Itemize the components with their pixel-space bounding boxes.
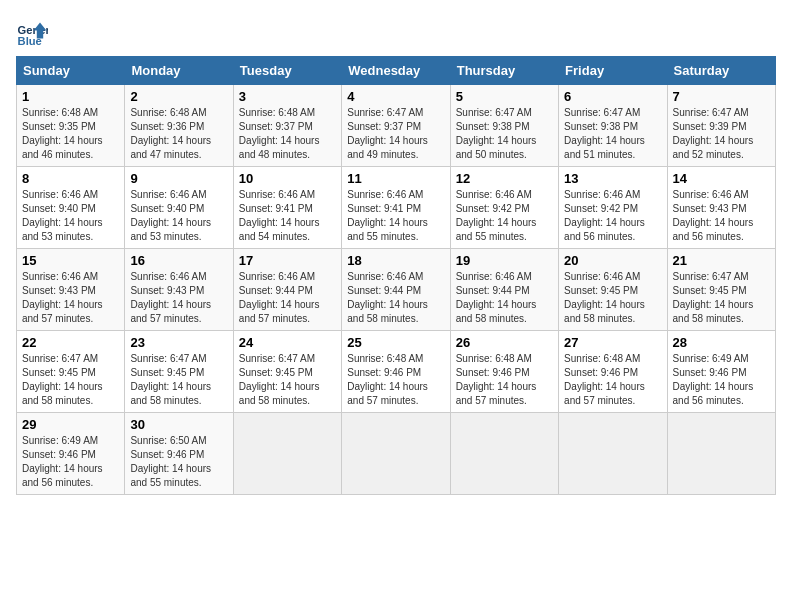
day-number: 26 xyxy=(456,335,553,350)
day-info: Sunrise: 6:50 AM Sunset: 9:46 PM Dayligh… xyxy=(130,434,227,490)
calendar-week-1: 1 Sunrise: 6:48 AM Sunset: 9:35 PM Dayli… xyxy=(17,85,776,167)
calendar-cell xyxy=(342,413,450,495)
day-info: Sunrise: 6:46 AM Sunset: 9:42 PM Dayligh… xyxy=(456,188,553,244)
day-number: 24 xyxy=(239,335,336,350)
day-info: Sunrise: 6:46 AM Sunset: 9:43 PM Dayligh… xyxy=(22,270,119,326)
day-number: 30 xyxy=(130,417,227,432)
calendar-cell xyxy=(559,413,667,495)
day-number: 1 xyxy=(22,89,119,104)
calendar-cell xyxy=(233,413,341,495)
logo: General Blue xyxy=(16,16,52,48)
day-info: Sunrise: 6:47 AM Sunset: 9:39 PM Dayligh… xyxy=(673,106,770,162)
day-info: Sunrise: 6:47 AM Sunset: 9:45 PM Dayligh… xyxy=(673,270,770,326)
day-info: Sunrise: 6:47 AM Sunset: 9:45 PM Dayligh… xyxy=(130,352,227,408)
calendar-cell: 30 Sunrise: 6:50 AM Sunset: 9:46 PM Dayl… xyxy=(125,413,233,495)
calendar-week-2: 8 Sunrise: 6:46 AM Sunset: 9:40 PM Dayli… xyxy=(17,167,776,249)
day-number: 29 xyxy=(22,417,119,432)
calendar-cell: 28 Sunrise: 6:49 AM Sunset: 9:46 PM Dayl… xyxy=(667,331,775,413)
day-info: Sunrise: 6:47 AM Sunset: 9:37 PM Dayligh… xyxy=(347,106,444,162)
day-number: 4 xyxy=(347,89,444,104)
weekday-header-sunday: Sunday xyxy=(17,57,125,85)
day-info: Sunrise: 6:46 AM Sunset: 9:41 PM Dayligh… xyxy=(239,188,336,244)
calendar-cell: 7 Sunrise: 6:47 AM Sunset: 9:39 PM Dayli… xyxy=(667,85,775,167)
day-number: 16 xyxy=(130,253,227,268)
day-number: 25 xyxy=(347,335,444,350)
calendar-cell: 4 Sunrise: 6:47 AM Sunset: 9:37 PM Dayli… xyxy=(342,85,450,167)
calendar-cell: 18 Sunrise: 6:46 AM Sunset: 9:44 PM Dayl… xyxy=(342,249,450,331)
weekday-header-row: SundayMondayTuesdayWednesdayThursdayFrid… xyxy=(17,57,776,85)
day-info: Sunrise: 6:46 AM Sunset: 9:44 PM Dayligh… xyxy=(239,270,336,326)
day-number: 2 xyxy=(130,89,227,104)
weekday-header-saturday: Saturday xyxy=(667,57,775,85)
calendar-cell: 2 Sunrise: 6:48 AM Sunset: 9:36 PM Dayli… xyxy=(125,85,233,167)
calendar-cell: 15 Sunrise: 6:46 AM Sunset: 9:43 PM Dayl… xyxy=(17,249,125,331)
calendar-cell: 16 Sunrise: 6:46 AM Sunset: 9:43 PM Dayl… xyxy=(125,249,233,331)
calendar-cell: 11 Sunrise: 6:46 AM Sunset: 9:41 PM Dayl… xyxy=(342,167,450,249)
calendar-cell: 21 Sunrise: 6:47 AM Sunset: 9:45 PM Dayl… xyxy=(667,249,775,331)
calendar-cell: 9 Sunrise: 6:46 AM Sunset: 9:40 PM Dayli… xyxy=(125,167,233,249)
calendar-cell: 1 Sunrise: 6:48 AM Sunset: 9:35 PM Dayli… xyxy=(17,85,125,167)
day-number: 8 xyxy=(22,171,119,186)
calendar-cell xyxy=(450,413,558,495)
day-number: 27 xyxy=(564,335,661,350)
calendar-cell: 23 Sunrise: 6:47 AM Sunset: 9:45 PM Dayl… xyxy=(125,331,233,413)
day-info: Sunrise: 6:46 AM Sunset: 9:40 PM Dayligh… xyxy=(22,188,119,244)
day-info: Sunrise: 6:46 AM Sunset: 9:40 PM Dayligh… xyxy=(130,188,227,244)
day-number: 23 xyxy=(130,335,227,350)
day-number: 7 xyxy=(673,89,770,104)
day-info: Sunrise: 6:47 AM Sunset: 9:38 PM Dayligh… xyxy=(564,106,661,162)
day-number: 20 xyxy=(564,253,661,268)
calendar-cell: 26 Sunrise: 6:48 AM Sunset: 9:46 PM Dayl… xyxy=(450,331,558,413)
day-info: Sunrise: 6:46 AM Sunset: 9:43 PM Dayligh… xyxy=(130,270,227,326)
calendar-cell xyxy=(667,413,775,495)
day-number: 12 xyxy=(456,171,553,186)
calendar-cell: 5 Sunrise: 6:47 AM Sunset: 9:38 PM Dayli… xyxy=(450,85,558,167)
weekday-header-friday: Friday xyxy=(559,57,667,85)
day-number: 3 xyxy=(239,89,336,104)
calendar-cell: 22 Sunrise: 6:47 AM Sunset: 9:45 PM Dayl… xyxy=(17,331,125,413)
day-number: 9 xyxy=(130,171,227,186)
calendar-cell: 14 Sunrise: 6:46 AM Sunset: 9:43 PM Dayl… xyxy=(667,167,775,249)
day-info: Sunrise: 6:48 AM Sunset: 9:46 PM Dayligh… xyxy=(456,352,553,408)
calendar-cell: 29 Sunrise: 6:49 AM Sunset: 9:46 PM Dayl… xyxy=(17,413,125,495)
day-info: Sunrise: 6:49 AM Sunset: 9:46 PM Dayligh… xyxy=(22,434,119,490)
logo-icon: General Blue xyxy=(16,16,48,48)
weekday-header-monday: Monday xyxy=(125,57,233,85)
calendar-cell: 27 Sunrise: 6:48 AM Sunset: 9:46 PM Dayl… xyxy=(559,331,667,413)
calendar-cell: 17 Sunrise: 6:46 AM Sunset: 9:44 PM Dayl… xyxy=(233,249,341,331)
day-info: Sunrise: 6:47 AM Sunset: 9:45 PM Dayligh… xyxy=(239,352,336,408)
day-info: Sunrise: 6:46 AM Sunset: 9:44 PM Dayligh… xyxy=(347,270,444,326)
day-number: 21 xyxy=(673,253,770,268)
day-info: Sunrise: 6:48 AM Sunset: 9:37 PM Dayligh… xyxy=(239,106,336,162)
day-info: Sunrise: 6:46 AM Sunset: 9:44 PM Dayligh… xyxy=(456,270,553,326)
day-number: 11 xyxy=(347,171,444,186)
page-header: General Blue xyxy=(16,16,776,48)
calendar-table: SundayMondayTuesdayWednesdayThursdayFrid… xyxy=(16,56,776,495)
calendar-cell: 12 Sunrise: 6:46 AM Sunset: 9:42 PM Dayl… xyxy=(450,167,558,249)
day-number: 15 xyxy=(22,253,119,268)
day-info: Sunrise: 6:46 AM Sunset: 9:45 PM Dayligh… xyxy=(564,270,661,326)
day-info: Sunrise: 6:48 AM Sunset: 9:46 PM Dayligh… xyxy=(347,352,444,408)
day-number: 18 xyxy=(347,253,444,268)
day-info: Sunrise: 6:49 AM Sunset: 9:46 PM Dayligh… xyxy=(673,352,770,408)
day-info: Sunrise: 6:46 AM Sunset: 9:42 PM Dayligh… xyxy=(564,188,661,244)
calendar-cell: 6 Sunrise: 6:47 AM Sunset: 9:38 PM Dayli… xyxy=(559,85,667,167)
calendar-week-4: 22 Sunrise: 6:47 AM Sunset: 9:45 PM Dayl… xyxy=(17,331,776,413)
weekday-header-tuesday: Tuesday xyxy=(233,57,341,85)
calendar-week-3: 15 Sunrise: 6:46 AM Sunset: 9:43 PM Dayl… xyxy=(17,249,776,331)
day-info: Sunrise: 6:48 AM Sunset: 9:46 PM Dayligh… xyxy=(564,352,661,408)
day-number: 22 xyxy=(22,335,119,350)
calendar-cell: 13 Sunrise: 6:46 AM Sunset: 9:42 PM Dayl… xyxy=(559,167,667,249)
day-info: Sunrise: 6:48 AM Sunset: 9:35 PM Dayligh… xyxy=(22,106,119,162)
calendar-cell: 25 Sunrise: 6:48 AM Sunset: 9:46 PM Dayl… xyxy=(342,331,450,413)
weekday-header-wednesday: Wednesday xyxy=(342,57,450,85)
calendar-cell: 8 Sunrise: 6:46 AM Sunset: 9:40 PM Dayli… xyxy=(17,167,125,249)
calendar-cell: 20 Sunrise: 6:46 AM Sunset: 9:45 PM Dayl… xyxy=(559,249,667,331)
weekday-header-thursday: Thursday xyxy=(450,57,558,85)
day-info: Sunrise: 6:47 AM Sunset: 9:38 PM Dayligh… xyxy=(456,106,553,162)
day-number: 5 xyxy=(456,89,553,104)
calendar-cell: 10 Sunrise: 6:46 AM Sunset: 9:41 PM Dayl… xyxy=(233,167,341,249)
day-number: 28 xyxy=(673,335,770,350)
day-number: 10 xyxy=(239,171,336,186)
day-number: 19 xyxy=(456,253,553,268)
